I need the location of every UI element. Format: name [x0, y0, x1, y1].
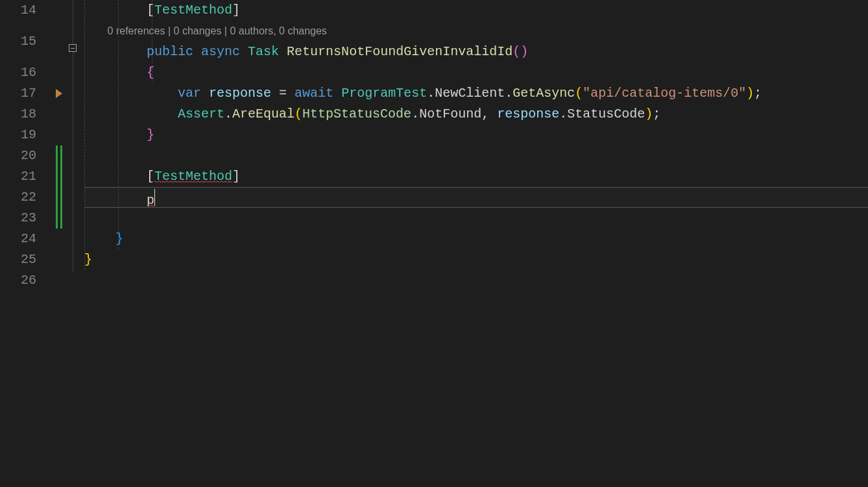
code-area[interactable]: [TestMethod] 0 references | 0 changes | … [84, 0, 868, 487]
text-caret [154, 189, 155, 206]
run-test-icon[interactable] [56, 89, 62, 98]
change-marker [56, 145, 62, 229]
line-number: 14 [0, 0, 36, 21]
line-number: 21 [0, 166, 36, 187]
outline-guide [73, 52, 73, 143]
line-number: 17 [0, 83, 36, 104]
code-line[interactable]: Assert.AreEqual(HttpStatusCode.NotFound,… [84, 104, 868, 125]
code-line[interactable] [84, 270, 868, 291]
line-number-gutter: 14 15 16 17 18 19 20 21 22 23 24 25 26 [0, 0, 44, 487]
code-line[interactable]: public async Task ReturnsNotFoundGivenIn… [84, 42, 868, 62]
code-line[interactable]: [TestMethod] [84, 166, 868, 187]
line-number: 22 [0, 187, 36, 208]
line-number: 16 [0, 62, 36, 83]
code-line[interactable]: } [84, 229, 868, 249]
code-line[interactable] [84, 145, 868, 166]
line-number: 20 [0, 145, 36, 166]
editor-margin [44, 0, 84, 487]
line-number: 25 [0, 249, 36, 270]
line-number: 24 [0, 229, 36, 249]
code-line[interactable]: } [84, 125, 868, 145]
line-number: 23 [0, 208, 36, 229]
error-squiggle[interactable]: TestMethod [154, 169, 232, 184]
code-line[interactable]: } [84, 249, 868, 270]
code-line[interactable]: { [84, 62, 868, 83]
code-line[interactable] [84, 208, 868, 229]
code-line[interactable]: var response = await ProgramTest.NewClie… [84, 83, 868, 104]
code-line[interactable]: [TestMethod] [84, 0, 868, 21]
codelens-info[interactable]: 0 references | 0 changes | 0 authors, 0 … [84, 21, 868, 42]
code-line[interactable]: p [84, 187, 868, 208]
fold-toggle-icon[interactable] [69, 44, 77, 52]
line-number: 26 [0, 270, 36, 291]
error-squiggle[interactable]: p [147, 193, 154, 208]
line-number: 18 [0, 104, 36, 125]
line-number: 15 [0, 21, 36, 62]
code-editor[interactable]: 14 15 16 17 18 19 20 21 22 23 24 25 26 [0, 0, 868, 487]
line-number: 19 [0, 125, 36, 145]
